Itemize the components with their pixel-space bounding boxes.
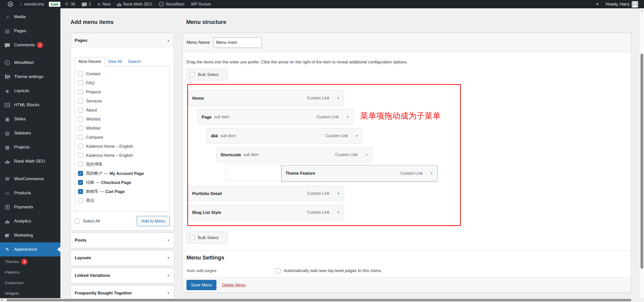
sidebar-separator	[0, 52, 60, 56]
sidebar-item-analytics[interactable]: Analytics	[0, 214, 60, 228]
sidebar-item-html-blocks[interactable]: </> HTML Blocks	[0, 98, 60, 112]
checkbox	[78, 71, 83, 76]
sidebar-item-media[interactable]: ♫ Media	[0, 10, 60, 24]
tab-most-recent[interactable]: Most Recent	[75, 57, 105, 66]
new-label: New	[102, 2, 110, 7]
menu-item-portfolio-detail[interactable]: Portfolio Detail Custom Link ▼	[188, 186, 344, 201]
updates-menu[interactable]: ↻ 36	[62, 0, 79, 8]
rank-math-menu[interactable]: Rank Math SEO	[114, 0, 156, 8]
sidebar-item-layouts[interactable]: ◈ Layouts	[0, 84, 60, 98]
add-to-menu-button[interactable]: Add to Menu	[137, 216, 170, 226]
page-checkbox-kadence-home-2[interactable]: Kadence Home – English	[78, 151, 170, 160]
page-checkbox-my-account[interactable]: ✓ 我的帐户 — My Account Page	[78, 169, 170, 178]
vertical-scrollbar-thumb[interactable]	[640, 54, 643, 269]
admin-sidebar: ♫ Media ▤ Pages Comments 2 ▲ WoodMart Th…	[0, 8, 60, 298]
pages-accordion-header[interactable]: Pages ▲	[71, 33, 174, 48]
admin-bar: W ⌂ wondersha Live ↻ 36 2 + New Rank Mat…	[0, 0, 644, 8]
chevron-down-icon[interactable]: ▼	[430, 172, 433, 175]
horizontal-scrollbar[interactable]: ◀	[0, 298, 644, 302]
sidebar-item-slides[interactable]: ▣ Slides	[0, 112, 60, 126]
sidebar-item-marketing[interactable]: Marketing	[0, 228, 60, 242]
auto-add-pages-checkbox[interactable]: Automatically add new top-level pages to…	[276, 268, 381, 273]
menu-name-input[interactable]	[213, 37, 262, 48]
wp-rocket-menu[interactable]: WP Rocket	[187, 0, 214, 8]
tab-search[interactable]: Search	[125, 57, 144, 66]
chevron-down-icon[interactable]: ▼	[337, 211, 340, 214]
wordpress-logo-icon: W	[8, 2, 13, 7]
chevron-down-icon[interactable]: ▼	[346, 116, 349, 119]
menu-item-404[interactable]: 404 sub item Custom Link ▼	[207, 128, 363, 144]
scroll-up-icon[interactable]: ▲	[640, 9, 644, 12]
bulk-select-toggle-bottom[interactable]: Bulk Select	[186, 232, 228, 243]
pages-icon: ▤	[4, 28, 11, 34]
sidebar-item-appearance[interactable]: ✎ Appearance	[0, 242, 60, 256]
media-icon: ♫	[4, 14, 11, 20]
woodmart-menu[interactable]: ▲ WoodMart	[156, 0, 188, 8]
update-icon: ↻	[65, 2, 69, 7]
layouts-accordion-header[interactable]: Layouts ▼	[71, 250, 174, 266]
page-checkbox-compare[interactable]: Compare	[78, 133, 170, 142]
chevron-down-icon: ▼	[167, 256, 170, 260]
sidebar-item-patterns[interactable]: Patterns	[0, 267, 60, 278]
menu-name-label: Menu Name	[186, 40, 210, 45]
site-name-menu[interactable]: ⌂ wondersha	[16, 0, 47, 8]
new-content-menu[interactable]: + New	[94, 0, 114, 8]
page-checkbox-services[interactable]: Services	[78, 96, 170, 105]
checkbox-checked: ✓	[78, 189, 83, 194]
page-checkbox-wishlist-2[interactable]: Wishlist	[78, 124, 170, 133]
bulk-select-toggle-top[interactable]: Bulk Select	[186, 69, 228, 80]
sidebar-item-sidebars[interactable]: ▥ Sidebars	[0, 126, 60, 140]
sidebar-item-woocommerce[interactable]: W WooCommerce	[0, 172, 60, 186]
delete-menu-link[interactable]: Delete Menu	[222, 283, 246, 287]
checkbox-checked: ✓	[78, 171, 83, 176]
sidebar-item-themes[interactable]: Themes 3	[0, 256, 60, 267]
sidebar-item-products[interactable]: ▭ Products	[0, 186, 60, 200]
chevron-down-icon[interactable]: ▼	[337, 97, 340, 100]
menu-item-page[interactable]: Page sub item Custom Link ▼	[197, 109, 353, 125]
sidebar-item-customize[interactable]: Customize	[0, 278, 60, 288]
sidebar-item-projects[interactable]: ▦ Projects	[0, 140, 60, 154]
wordpress-logo-menu[interactable]: W	[5, 0, 16, 8]
chevron-down-icon[interactable]: ▼	[356, 134, 358, 137]
sidebar-item-pages[interactable]: ▤ Pages	[0, 24, 60, 38]
bar-chart-icon	[4, 219, 11, 223]
sidebar-item-comments[interactable]: Comments 2	[0, 38, 60, 52]
layouts-accordion: Layouts ▼	[70, 250, 174, 266]
sidebar-item-woodmart[interactable]: ▲ WoodMart	[0, 56, 60, 70]
page-checkbox-contact[interactable]: Contact	[78, 69, 170, 78]
page-checkbox-my-blog[interactable]: 我的博客	[78, 160, 170, 169]
page-checkbox-about[interactable]: About	[78, 105, 170, 115]
save-menu-button[interactable]: Save Menu	[186, 280, 216, 290]
menu-item-blog-list-style[interactable]: Blog List Style Custom Link ▼	[188, 205, 344, 220]
my-account-menu[interactable]: Howdy, Harry	[602, 0, 641, 8]
checkbox	[78, 126, 83, 131]
posts-accordion-header[interactable]: Posts ▼	[71, 233, 174, 248]
page-checkbox-wishlist-1[interactable]: Wishlist	[78, 115, 170, 124]
menu-item-shortcode[interactable]: Shortcode sub item Custom Link ▼	[216, 147, 372, 163]
select-all-checkbox[interactable]: Select All	[75, 219, 100, 224]
page-checkbox-checkout[interactable]: ✓ 结账 — Checkout Page	[78, 178, 170, 187]
sidebar-item-widgets[interactable]: Widgets	[0, 288, 60, 299]
page-checkbox-kadence-home-1[interactable]: Kadence Home – English	[78, 142, 170, 151]
linked-variations-accordion-header[interactable]: Linked Variations ▼	[71, 268, 174, 283]
chevron-down-icon[interactable]: ▼	[365, 153, 368, 156]
page-checkbox-cart[interactable]: ✓ 购物车 — Cart Page	[78, 187, 170, 196]
tab-view-all[interactable]: View All	[105, 57, 125, 66]
page-checkbox-faq[interactable]: FAQ	[78, 78, 170, 87]
ai-assistant-menu[interactable]: ✦	[592, 0, 602, 8]
sidebar-item-theme-settings[interactable]: Theme settings	[0, 70, 60, 84]
vertical-scrollbar[interactable]: ▲	[640, 8, 644, 298]
chevron-down-icon[interactable]: ▼	[337, 192, 340, 195]
page-checkbox-projects[interactable]: Projects	[78, 87, 170, 96]
sidebar-item-rank-math[interactable]: Rank Math SEO	[0, 154, 60, 168]
menu-item-theme-feature[interactable]: Theme Feature Custom Link ▼	[281, 165, 437, 181]
sparkles-icon: ✦	[596, 2, 599, 7]
live-badge[interactable]: Live	[49, 2, 60, 7]
page-checkbox-shop[interactable]: 商店	[78, 196, 170, 205]
comments-menu[interactable]: 2	[79, 0, 94, 8]
comments-count-badge: 2	[37, 42, 43, 48]
sidebar-item-payments[interactable]: $ Payments	[0, 200, 60, 214]
menu-item-home[interactable]: Home Custom Link ▼	[188, 90, 344, 106]
scroll-left-icon[interactable]: ◀	[1, 298, 3, 301]
horizontal-scrollbar-thumb[interactable]	[7, 299, 631, 301]
